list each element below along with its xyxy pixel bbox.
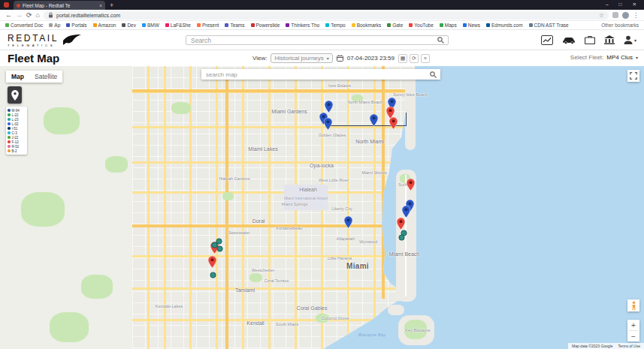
bookmark-item[interactable]: News: [463, 23, 480, 28]
app-header: REDTAIL TELEMATICS ▾: [0, 30, 644, 50]
blue-vehicle-marker[interactable]: [402, 206, 410, 218]
forward-button[interactable]: →: [16, 12, 23, 19]
bookmark-item[interactable]: Amazon: [93, 23, 116, 28]
bookmark-item[interactable]: Gate: [387, 23, 403, 28]
map-search-icon[interactable]: [430, 71, 440, 78]
header-icons: ▾: [541, 35, 636, 45]
app-icon: [4, 2, 9, 8]
red-vehicle-marker[interactable]: [208, 256, 216, 268]
falcon-logo-icon: [62, 34, 82, 46]
map-search[interactable]: [201, 69, 440, 80]
marker-visibility-button[interactable]: [8, 86, 22, 104]
bookmark-item[interactable]: Tempo: [325, 23, 346, 28]
reload-button[interactable]: ⟳: [26, 12, 32, 19]
island-sunny-isles: [405, 71, 416, 150]
browser-navbar: ← → ⟳ ⌂ portal.redtailtelematics.com ☆ ⋮: [0, 10, 644, 21]
map-type-satellite-button[interactable]: Satellite: [29, 71, 62, 83]
map-attribution: Map data ©2023 Google Terms of Use: [568, 343, 644, 349]
bookmark-star-icon[interactable]: ☆: [599, 12, 604, 19]
island-fisher: [394, 296, 403, 301]
bookmark-item[interactable]: Thinkers Tho: [286, 23, 319, 28]
bookmark-item[interactable]: Converted Doc: [5, 23, 43, 28]
teal-vehicle-marker[interactable]: [216, 245, 223, 252]
back-button[interactable]: ←: [5, 12, 12, 19]
search-icon[interactable]: [437, 37, 448, 44]
bookmark-item[interactable]: LaF&She: [165, 23, 191, 28]
tab-title: Fleet Map - Redtail Te: [23, 3, 97, 8]
map-search-input[interactable]: [201, 71, 430, 78]
chevron-down-icon: ▾: [634, 38, 636, 43]
extensions-icon[interactable]: [612, 12, 618, 18]
red-vehicle-marker[interactable]: [397, 218, 405, 230]
account-menu[interactable]: ▾: [624, 35, 636, 44]
red-vehicle-marker[interactable]: [407, 179, 415, 191]
map-type-map-button[interactable]: Map: [6, 71, 29, 83]
pegman-control[interactable]: [627, 299, 639, 311]
fullscreen-button[interactable]: [627, 70, 639, 82]
calendar-icon[interactable]: [337, 55, 343, 62]
bookmark-item[interactable]: Ap: [49, 23, 60, 28]
tab-close-icon[interactable]: ×: [99, 3, 102, 8]
toolbar-icon-button[interactable]: ⟳: [410, 54, 419, 63]
bookmark-item[interactable]: BMW: [142, 23, 159, 28]
fleet-value: MP4 Clus: [606, 54, 633, 61]
island-key-biscayne: [398, 315, 434, 345]
page-header: Fleet Map View: Historical journeys ▾ 07…: [0, 50, 644, 66]
blue-vehicle-marker[interactable]: [370, 114, 378, 126]
bookmarks-bar: Converted DocApPortalsAmazonDevBMWLaF&Sh…: [0, 21, 644, 30]
search-input[interactable]: [186, 37, 437, 44]
bookmark-item[interactable]: Teams: [225, 23, 244, 28]
minimize-button[interactable]: –: [606, 2, 609, 8]
home-button[interactable]: ⌂: [36, 12, 40, 19]
view-label: View:: [252, 55, 267, 62]
view-value: Historical journeys: [274, 55, 323, 62]
profile-avatar[interactable]: [622, 12, 629, 19]
bookmark-item[interactable]: Powerslide: [251, 23, 280, 28]
organization-icon[interactable]: [604, 35, 615, 44]
bookmark-item[interactable]: Dev: [122, 23, 136, 28]
blue-vehicle-marker[interactable]: [325, 101, 333, 113]
blue-vehicle-marker[interactable]: [344, 216, 352, 228]
bookmark-item[interactable]: Portals: [66, 23, 86, 28]
blue-vehicle-marker[interactable]: [324, 118, 332, 130]
fleet-label: Select Fleet:: [570, 54, 603, 61]
teal-vehicle-marker[interactable]: [398, 234, 405, 241]
legend-item[interactable]: B-2: [7, 149, 26, 153]
terms-link[interactable]: Terms of Use: [618, 344, 640, 348]
bookmark-item[interactable]: Bookmarks: [352, 23, 382, 28]
toolbar-buttons: ▦⟳»: [398, 54, 430, 63]
bookmark-item[interactable]: CDN AST Trase: [529, 23, 569, 28]
map-legend: M-94L-22L-23L-02I-51C-3J-22F-12R-52B-2: [6, 107, 27, 155]
red-vehicle-marker[interactable]: [389, 117, 398, 129]
fleet-select[interactable]: Select Fleet: MP4 Clus ▾: [570, 54, 638, 61]
map-canvas[interactable]: Map Satellite M-94L-22L-23L-02I-51C-3J-2…: [0, 66, 644, 349]
map-type-control: Map Satellite: [6, 71, 62, 83]
browser-tab[interactable]: Fleet Map - Redtail Te ×: [14, 1, 105, 10]
bookmark-item[interactable]: Edmunds.com: [486, 23, 523, 28]
global-search[interactable]: [186, 35, 449, 45]
maximize-button[interactable]: □: [619, 2, 622, 8]
close-button[interactable]: ✕: [633, 2, 636, 8]
bookmark-item[interactable]: Present: [197, 23, 219, 28]
zoom-in-button[interactable]: +: [627, 320, 639, 330]
teal-vehicle-marker[interactable]: [210, 272, 216, 278]
bookmark-item[interactable]: YouTube: [409, 23, 434, 28]
view-select[interactable]: Historical journeys ▾: [271, 53, 332, 63]
bookmark-item[interactable]: Maps: [440, 23, 457, 28]
browser-titlebar: Fleet Map - Redtail Te × + – □ ✕: [0, 0, 644, 10]
view-toolbar: View: Historical journeys ▾ 07-04-2023 2…: [252, 53, 430, 63]
toolbar-icon-button[interactable]: ▦: [398, 54, 407, 63]
toolbar-icon-button[interactable]: »: [421, 54, 430, 63]
lock-icon: [48, 12, 53, 18]
vehicles-icon[interactable]: [562, 35, 576, 44]
datetime-value[interactable]: 07-04-2023 23:59: [347, 55, 395, 62]
zoom-out-button[interactable]: −: [627, 331, 639, 341]
business-icon[interactable]: [585, 35, 595, 44]
brand-sub: TELEMATICS: [8, 44, 59, 47]
new-tab-button[interactable]: +: [110, 2, 113, 9]
other-bookmarks[interactable]: Other bookmarks: [601, 23, 639, 28]
menu-kebab-icon[interactable]: ⋮: [633, 12, 639, 19]
reports-icon[interactable]: [541, 35, 553, 45]
brand-logo[interactable]: REDTAIL TELEMATICS: [8, 33, 82, 47]
address-bar[interactable]: portal.redtailtelematics.com ☆: [44, 11, 609, 20]
